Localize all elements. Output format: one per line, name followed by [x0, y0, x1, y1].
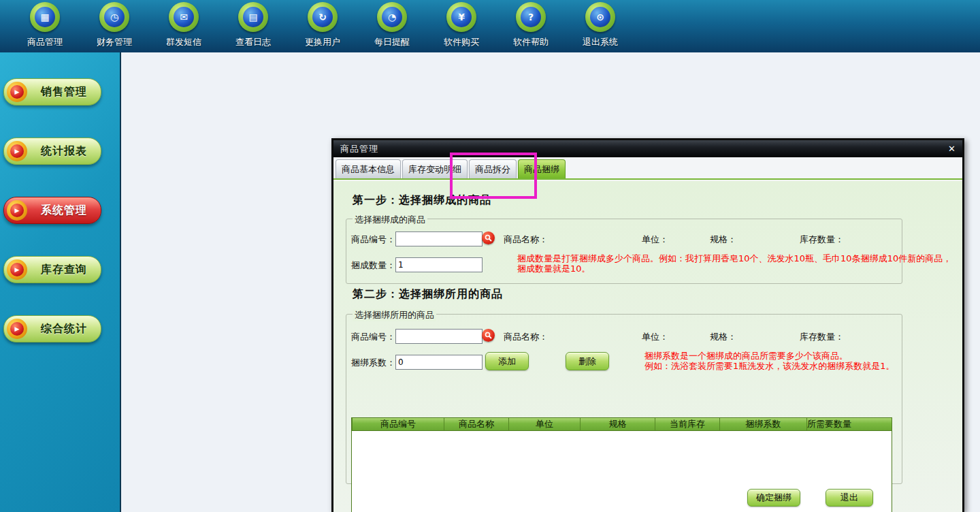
step2-coef-input[interactable] — [395, 355, 483, 370]
toolbar-button-label: 软件帮助 — [513, 36, 549, 48]
sidebar-nav-label: 系统管理 — [27, 204, 101, 218]
step1-unit-label: 单位： — [642, 234, 668, 246]
sidebar-nav-label: 综合统计 — [27, 322, 101, 336]
step1-qty-label: 捆成数量： — [351, 259, 395, 272]
toolbar-button[interactable]: ◷ 财务管理 — [88, 0, 140, 48]
toolbar-button[interactable]: ↻ 更换用户 — [297, 0, 348, 48]
sidebar-nav-label: 销售管理 — [27, 85, 101, 99]
toolbar-button-icon: ⊙ — [585, 2, 615, 32]
dialog-tab[interactable]: 商品基本信息 — [336, 159, 401, 178]
components-table: 商品编号 商品名称 单位 规格 当前库存 捆绑系数 所需要数量 — [351, 417, 892, 512]
dialog-tab[interactable]: 商品拆分 — [469, 159, 517, 178]
step1-code-input[interactable] — [395, 231, 483, 246]
icon-glyph: ? — [521, 7, 541, 27]
table-column-header[interactable]: 捆绑系数 — [719, 418, 806, 430]
sidebar-nav-label: 库存查询 — [27, 263, 101, 277]
step1-help-line2: 捆成数量就是10。 — [517, 263, 951, 274]
exit-button[interactable]: 退出 — [826, 489, 873, 507]
sidebar-nav-button[interactable]: ▶ 销售管理 — [3, 78, 101, 106]
table-column-header[interactable]: 商品编号 — [352, 418, 444, 430]
components-table-body[interactable] — [351, 431, 892, 512]
toolbar-button-label: 软件购买 — [444, 36, 479, 48]
toolbar-button[interactable]: ¥ 软件购买 — [436, 0, 487, 48]
table-column-header[interactable]: 所需要数量 — [806, 418, 851, 430]
sidebar-nav-button[interactable]: ▶ 库存查询 — [3, 256, 101, 283]
toolbar-button-icon: ◔ — [377, 2, 407, 32]
icon-glyph: ◷ — [104, 7, 125, 27]
toolbar-button[interactable]: ▦ 商品管理 — [19, 0, 71, 48]
arrow-orb-icon: ▶ — [7, 319, 27, 339]
toolbar-button-label: 群发短信 — [166, 36, 201, 48]
sidebar-nav-button[interactable]: ▶ 系统管理 — [3, 197, 101, 224]
toolbar-button-icon: ✉ — [169, 2, 199, 32]
toolbar-button[interactable]: ◔ 每日提醒 — [366, 0, 418, 48]
step2-help-text: 捆绑系数是一个捆绑成的商品所需要多少个该商品。 例如：洗浴套装所需要1瓶洗发水，… — [644, 351, 895, 371]
sidebar-nav-label: 统计报表 — [27, 144, 101, 159]
step2-heading: 第二步：选择捆绑所用的商品 — [353, 287, 503, 302]
step2-group-label: 选择捆绑所用的商品 — [353, 309, 436, 321]
delete-button[interactable]: 删除 — [566, 352, 609, 370]
step2-coef-label: 捆绑系数： — [351, 357, 395, 369]
toolbar-button[interactable]: ⊙ 退出系统 — [574, 0, 626, 48]
step2-unit-label: 单位： — [642, 331, 668, 343]
dialog-tabstrip: 商品基本信息 库存变动明细 商品拆分 商品捆绑 — [333, 157, 962, 180]
step1-stock-label: 库存数量： — [800, 234, 844, 246]
step2-stock-label: 库存数量： — [800, 331, 844, 343]
arrow-orb-icon: ▶ — [7, 141, 27, 161]
step1-name-label: 商品名称： — [504, 234, 548, 246]
add-button[interactable]: 添加 — [485, 352, 529, 370]
toolbar-button-label: 查看日志 — [235, 36, 271, 48]
toolbar-button-icon: ↻ — [308, 2, 338, 32]
table-column-header[interactable]: 当前库存 — [655, 418, 719, 430]
step1-qty-input[interactable] — [395, 257, 483, 272]
toolbar-button-icon: ▦ — [30, 2, 60, 32]
icon-glyph: ✉ — [174, 7, 194, 27]
arrow-orb-icon: ▶ — [7, 259, 27, 280]
icon-glyph: ▤ — [243, 7, 263, 27]
dialog-titlebar[interactable]: 商品管理 ✕ — [333, 140, 962, 157]
search-magnifier-icon[interactable] — [482, 231, 495, 244]
toolbar-button-icon: ◷ — [99, 2, 129, 32]
arrow-orb-icon: ▶ — [7, 200, 27, 221]
search-magnifier-icon[interactable] — [482, 329, 495, 342]
icon-glyph: ◔ — [382, 7, 402, 27]
toolbar-button-label: 财务管理 — [97, 36, 132, 48]
step2-help-line2: 例如：洗浴套装所需要1瓶洗发水，该洗发水的捆绑系数就是1。 — [644, 361, 895, 371]
step2-code-input[interactable] — [395, 329, 483, 344]
dialog-tab[interactable]: 商品捆绑 — [518, 159, 566, 178]
dialog-tab[interactable]: 库存变动明细 — [402, 159, 468, 178]
step2-help-line1: 捆绑系数是一个捆绑成的商品所需要多少个该商品。 — [644, 351, 895, 361]
step2-name-label: 商品名称： — [504, 331, 548, 343]
app-window: ▦ 商品管理 ◷ 财务管理 ✉ 群发短信 ▤ — [0, 0, 980, 512]
top-toolbar: ▦ 商品管理 ◷ 财务管理 ✉ 群发短信 ▤ — [0, 0, 980, 52]
step1-groupbox — [346, 219, 902, 284]
icon-glyph: ↻ — [312, 7, 333, 27]
toolbar-button-label: 商品管理 — [27, 36, 63, 48]
icon-glyph: ⊙ — [590, 7, 610, 27]
step1-spec-label: 规格： — [710, 234, 736, 246]
icon-glyph: ¥ — [451, 7, 472, 27]
arrow-orb-icon: ▶ — [7, 82, 27, 102]
toolbar-button-icon: ▤ — [238, 2, 268, 32]
step1-heading: 第一步：选择捆绑成的商品 — [353, 193, 491, 208]
components-table-header: 商品编号 商品名称 单位 规格 当前库存 捆绑系数 所需要数量 — [351, 417, 892, 431]
sidebar-nav-button[interactable]: ▶ 综合统计 — [3, 315, 101, 342]
toolbar-button[interactable]: ? 软件帮助 — [505, 0, 557, 48]
step2-spec-label: 规格： — [710, 331, 736, 343]
confirm-bundle-button[interactable]: 确定捆绑 — [747, 489, 800, 507]
sidebar-nav-button[interactable]: ▶ 统计报表 — [3, 138, 101, 165]
toolbar-button-label: 退出系统 — [583, 36, 618, 48]
table-column-header[interactable]: 规格 — [580, 418, 655, 430]
step1-help-line1: 捆成数量是打算捆绑成多少个商品。例如：我打算用香皂10个、洗发水10瓶、毛巾10… — [517, 253, 951, 263]
step1-code-label: 商品编号： — [351, 234, 395, 246]
toolbar-button-icon: ¥ — [446, 2, 476, 32]
step2-code-label: 商品编号： — [351, 331, 395, 343]
icon-glyph: ▦ — [35, 7, 55, 27]
toolbar-button[interactable]: ✉ 群发短信 — [158, 0, 210, 48]
toolbar-button-icon: ? — [516, 2, 546, 32]
close-icon[interactable]: ✕ — [948, 144, 956, 153]
table-column-header[interactable]: 商品名称 — [444, 418, 508, 430]
toolbar-button[interactable]: ▤ 查看日志 — [227, 0, 279, 48]
table-column-header[interactable]: 单位 — [508, 418, 580, 430]
step1-group-label: 选择捆绑成的商品 — [353, 214, 427, 226]
